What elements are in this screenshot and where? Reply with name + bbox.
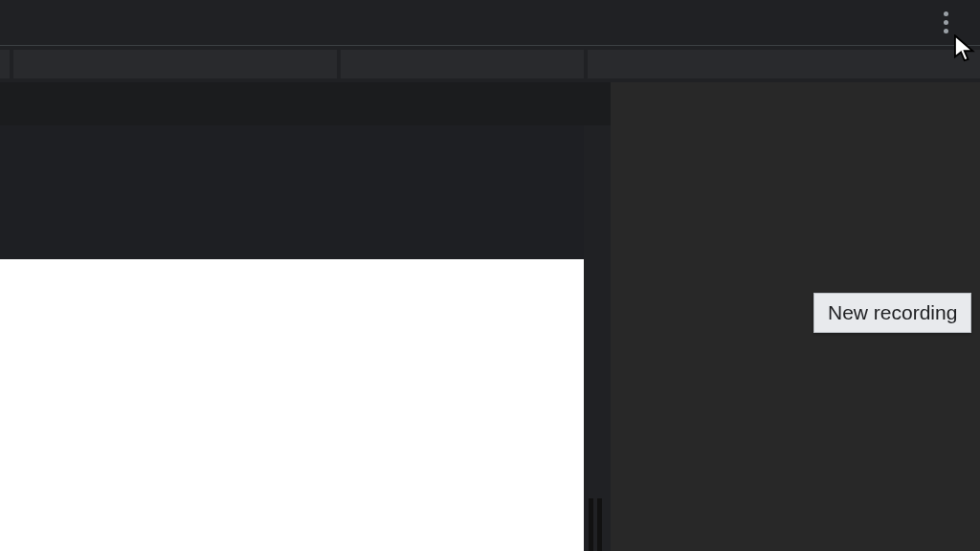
page-article-region: reenshot! en Developer ac). You es" and … xyxy=(0,259,584,551)
pane-resize-handle[interactable] xyxy=(589,494,606,551)
toolbar-segment[interactable] xyxy=(341,50,584,78)
kebab-dot xyxy=(944,11,948,16)
toolbar-segment[interactable] xyxy=(0,50,10,78)
kebab-dot xyxy=(944,29,948,33)
tooltip-label: New recording xyxy=(828,301,957,323)
resize-grip-bar xyxy=(597,498,602,551)
toolbar-segment[interactable] xyxy=(13,50,337,78)
resize-grip-bar xyxy=(589,498,593,551)
devtools-toolbar xyxy=(0,46,980,82)
page-viewport-pane: reenshot! en Developer ac). You es" and … xyxy=(0,82,611,551)
more-options-button[interactable] xyxy=(934,11,957,34)
page-header-region xyxy=(0,125,584,259)
article-body-text: reenshot! en Developer ac). You es" and … xyxy=(0,259,459,551)
devtools-top-bar xyxy=(0,0,980,46)
kebab-dot xyxy=(944,20,948,25)
new-recording-tooltip: New recording xyxy=(813,293,971,333)
viewport-scrollbar-track[interactable] xyxy=(584,125,611,551)
toolbar-segment[interactable] xyxy=(588,50,980,78)
